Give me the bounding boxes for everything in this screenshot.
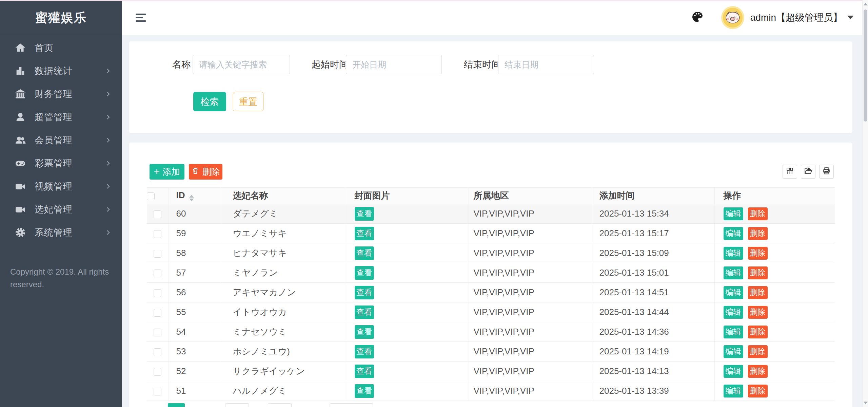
keyword-input[interactable] [193,55,290,74]
edit-button[interactable]: 编辑 [724,286,743,299]
theme-button[interactable] [691,11,704,24]
pagination-button[interactable] [225,403,249,407]
edit-button[interactable]: 编辑 [724,227,743,240]
user-menu[interactable]: admin【超级管理员】 [750,11,853,24]
delete-button[interactable]: 删除 [748,227,768,240]
view-button[interactable]: 查看 [355,365,374,378]
sidebar-item-consort[interactable]: 选妃管理 [0,198,122,221]
sidebar-item-members[interactable]: 会员管理 [0,129,122,152]
added-time: 2025-01-13 15:34 [592,204,714,224]
row-checkbox[interactable] [154,368,161,376]
columns-filter-button[interactable] [783,165,797,179]
pagination-button[interactable] [330,403,373,407]
edit-button[interactable]: 编辑 [724,247,743,260]
view-button[interactable]: 查看 [355,227,374,240]
scrollbar-thumb[interactable] [864,10,867,122]
region: VIP,VIP,VIP,VIP [469,381,592,401]
end-time-label: 结束时间 [464,55,500,74]
bulk-delete-button[interactable]: 删除 [189,164,222,180]
scrollbar[interactable] [862,0,868,407]
print-button[interactable] [819,165,834,179]
export-button[interactable] [801,165,815,179]
sidebar-item-super-admin[interactable]: 超管管理 [0,106,122,129]
sidebar-toggle-button[interactable] [136,14,147,22]
username-text: admin【超级管理员】 [750,11,843,24]
sidebar-item-label: 数据统计 [35,65,73,77]
edit-button[interactable]: 编辑 [724,326,743,338]
delete-button[interactable]: 删除 [748,286,768,299]
add-button[interactable]: + 添加 [150,164,184,180]
row-checkbox[interactable] [154,230,161,238]
delete-button[interactable]: 删除 [748,247,768,260]
sidebar-item-finance[interactable]: 财务管理 [0,82,122,106]
sidebar-item-stats[interactable]: 数据统计 [0,59,122,82]
view-button[interactable]: 查看 [355,345,374,358]
search-button[interactable]: 检索 [193,92,226,111]
scroll-down-arrow[interactable] [864,402,868,404]
row-id: 54 [169,322,220,342]
row-checkbox[interactable] [154,388,161,395]
pagination-page-current[interactable] [168,403,185,407]
table-row: 51ハルノメグミ查看VIP,VIP,VIP,VIP2025-01-13 13:3… [147,381,835,401]
region: VIP,VIP,VIP,VIP [469,243,592,263]
view-button[interactable]: 查看 [355,384,374,398]
end-date-input[interactable] [498,55,594,74]
edit-button[interactable]: 编辑 [724,306,743,319]
sort-icon[interactable] [189,195,194,201]
column-header-id[interactable]: ID [169,188,220,204]
edit-button[interactable]: 编辑 [724,365,743,378]
edit-button[interactable]: 编辑 [724,345,743,358]
sidebar-item-label: 首页 [35,42,54,54]
columns-icon [786,167,794,177]
added-time: 2025-01-13 14:44 [592,302,714,322]
row-checkbox[interactable] [154,329,161,336]
sidebar-item-system[interactable]: 系统管理 [0,221,122,244]
main-content: 名称 起始时间 结束时间 检索 重置 + 添加 删除 [122,35,862,407]
chevron-right-icon [104,229,112,236]
row-id: 57 [169,263,220,283]
row-checkbox[interactable] [154,210,161,218]
delete-button[interactable]: 删除 [748,207,768,220]
sidebar-item-lottery[interactable]: 彩票管理 [0,152,122,175]
edit-button[interactable]: 编辑 [724,385,743,397]
column-header-2: 封面图片 [345,188,469,204]
delete-button[interactable]: 删除 [748,266,768,279]
view-button[interactable]: 查看 [355,286,374,299]
top-strip [0,0,868,1]
consort-name: ハルノメグミ [220,381,345,401]
row-checkbox[interactable] [154,309,161,317]
delete-button[interactable]: 删除 [748,365,768,378]
sidebar-item-label: 系统管理 [35,226,73,239]
view-button[interactable]: 查看 [355,266,374,280]
row-checkbox[interactable] [154,348,161,356]
sidebar: 蜜獾娱乐 首页数据统计财务管理超管管理会员管理彩票管理视频管理选妃管理系统管理 … [0,0,122,407]
table-body: 60ダテメグミ查看VIP,VIP,VIP,VIP2025-01-13 15:34… [147,204,835,401]
print-icon [822,167,831,177]
view-button[interactable]: 查看 [355,207,374,221]
consort-name: ダテメグミ [220,204,345,224]
delete-button[interactable]: 删除 [748,345,768,358]
sidebar-item-home[interactable]: 首页 [0,36,122,59]
reset-button[interactable]: 重置 [233,92,263,111]
edit-button[interactable]: 编辑 [724,207,743,220]
row-checkbox[interactable] [154,250,161,258]
delete-button[interactable]: 删除 [748,385,768,397]
sidebar-item-label: 视频管理 [35,180,73,192]
select-all-checkbox[interactable] [147,192,155,200]
table-row: 52サクラギイッケン查看VIP,VIP,VIP,VIP2025-01-13 14… [147,362,835,381]
pagination-button[interactable] [268,403,292,407]
edit-button[interactable]: 编辑 [724,266,743,279]
delete-button[interactable]: 删除 [748,306,768,319]
view-button[interactable]: 查看 [355,325,374,339]
view-button[interactable]: 查看 [355,246,374,260]
row-checkbox[interactable] [154,289,161,297]
view-button[interactable]: 查看 [355,306,374,319]
avatar[interactable] [721,6,744,29]
row-checkbox[interactable] [154,270,161,277]
start-date-input[interactable] [346,55,442,74]
consort-name: ミナセソウミ [220,322,345,342]
sidebar-item-video[interactable]: 视频管理 [0,175,122,198]
gamepad-icon [14,157,26,169]
delete-button[interactable]: 删除 [748,326,768,338]
scroll-up-arrow[interactable] [864,3,868,5]
